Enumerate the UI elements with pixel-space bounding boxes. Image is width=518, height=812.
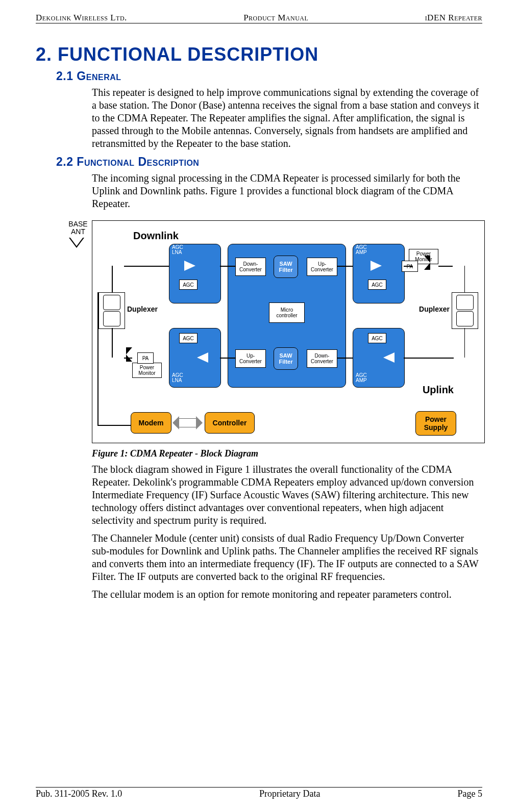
controller-block: Controller [205,412,255,434]
power-supply-block: PowerSupply [415,411,456,436]
up-conv-ul: Up-Converter [235,349,266,368]
agc-box-ul-right: AGC [368,333,386,343]
down-conv-ul: Down-Converter [307,349,337,368]
agc-box-ul-left: AGC [179,333,198,343]
agc-amp-ul-label: AGCAMP [356,373,367,383]
saw-filter-dl: SAWFilter [274,256,298,278]
page-footer: Pub. 311-2005 Rev. 1.0 Proprietary Data … [36,787,482,799]
duplexer-left-label: Duplexer [127,305,158,313]
duplexer-right [452,292,478,329]
page-header: Dekolink Wireless Ltd. Product Manual iD… [36,13,482,23]
figure-1-caption: Figure 1: CDMA Repeater - Block Diagram [92,448,482,459]
power-monitor-ul: PowerMonitor [132,363,162,378]
modem-controller-link-icon [179,418,196,427]
hdr-left: Dekolink Wireless Ltd. [36,13,127,23]
amp-dl-icon [371,261,382,271]
hdr-right: iDEN Repeater [425,13,482,23]
ftr-right: Page 5 [458,789,483,799]
hdr-center: Product Manual [243,13,308,23]
agc-box-dl-right: AGC [368,280,386,290]
section-2-2-p2: The block diagram showed in Figure 1 ill… [92,463,482,527]
saw-filter-ul: SAWFilter [274,347,298,370]
section-2-2-p4: The cellular modem is an option for remo… [92,588,482,601]
modem-block: Modem [131,412,171,434]
lna-dl-icon [184,261,195,271]
pa-dl-icon [424,256,430,270]
ftr-center: Proprietary Data [259,789,320,799]
agc-box-dl-left: AGC [179,280,198,290]
section-2-2-intro: The incoming signal processing in the CD… [92,172,482,210]
microcontroller: Microcontroller [269,302,305,323]
pa-ul-icon [126,347,132,362]
duplexer-right-label: Duplexer [419,305,450,313]
pa-ul: PA [137,352,154,364]
agc-lna-ul-label: AGCLNA [172,373,183,383]
duplexer-left [98,292,125,329]
ftr-left: Pub. 311-2005 Rev. 1.0 [36,789,122,799]
lna-ul-icon [197,352,208,363]
up-conv-dl: Up-Converter [307,258,337,276]
agc-lna-dl-label: AGCLNA [172,245,183,255]
section-2-1-body: This repeater is designed to help improv… [92,86,482,150]
section-2-2-p3: The Channeler Module (center unit) consi… [92,532,482,583]
down-conv-dl: Down-Converter [235,258,266,276]
agc-amp-dl-label: AGCAMP [356,245,367,255]
section-2-1-heading: 2.1 General [56,69,482,83]
block-diagram: Downlink Uplink Duplexer Duplexer AGCLNA… [92,220,485,443]
base-antenna-icon [69,238,84,248]
section-2-heading: 2. FUNCTIONAL DESCRIPTION [36,44,482,65]
uplink-label: Uplink [423,384,454,396]
amp-ul-icon [383,352,394,363]
downlink-label: Downlink [133,230,179,242]
base-ant-label: BASEANT [65,220,91,236]
section-2-2-heading: 2.2 Functional Description [56,155,482,169]
